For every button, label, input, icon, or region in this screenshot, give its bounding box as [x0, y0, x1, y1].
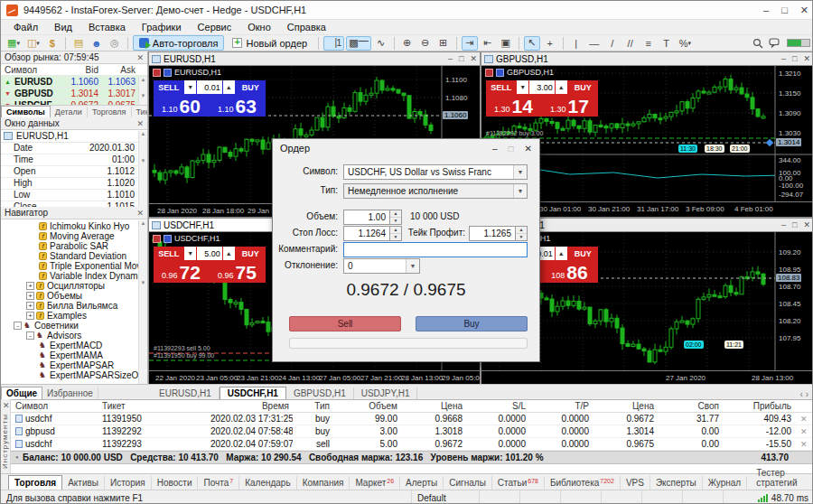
navigator-item-13[interactable]: ♞ExpertMAMA	[1, 350, 147, 360]
symbol-info-icon[interactable]	[164, 235, 172, 243]
one-click-sell-button[interactable]: SELL	[154, 247, 183, 260]
chart-tab-gbpusd[interactable]: GBPUSD,H1	[286, 387, 354, 399]
volume-stepper[interactable]: ▲▼	[390, 210, 402, 225]
auto-scroll-button[interactable]: ⇥	[462, 36, 478, 51]
chart-shift-button[interactable]: ⇤	[480, 36, 496, 51]
close-icon[interactable]: ✕	[136, 119, 144, 128]
menu-item-4[interactable]: Сервис	[191, 21, 239, 33]
navigator-header[interactable]: Навигатор ✕	[1, 207, 147, 219]
navigator-item-3[interactable]: fStandard Deviation	[1, 251, 147, 261]
column-header-0[interactable]: Символ	[12, 401, 98, 411]
volume-increase-button[interactable]: ▲	[223, 247, 235, 260]
bar-chart-button[interactable]: ⎹1	[323, 36, 344, 51]
channel-tool[interactable]: //	[622, 36, 639, 51]
close-position-icon[interactable]: ✕	[795, 427, 808, 436]
navigator-item-2[interactable]: fParabolic SAR	[1, 241, 147, 251]
navigator-item-5[interactable]: fVariable Index Dynamic A	[1, 271, 147, 281]
navigator-tab-1[interactable]: Избранное	[42, 387, 98, 399]
close-icon[interactable]: ✕	[136, 53, 144, 62]
take-profit-stepper[interactable]: ▲▼	[516, 226, 528, 241]
column-header-symbol[interactable]: Символ	[1, 65, 64, 75]
menu-item-0[interactable]: Файл	[6, 21, 45, 33]
dialog-maximize-button[interactable]: □	[509, 144, 514, 154]
symbol-info-icon[interactable]	[496, 69, 504, 77]
chart-close-button[interactable]: ✕	[470, 54, 477, 63]
column-header-8[interactable]: Цена	[593, 401, 658, 411]
expand-icon[interactable]: +	[26, 282, 34, 290]
expand-icon[interactable]: +	[26, 302, 34, 310]
one-click-collapse-icon[interactable]	[153, 69, 161, 77]
close-position-icon[interactable]: ✕	[795, 440, 808, 449]
column-header-7[interactable]: T/P	[529, 401, 593, 411]
toolbox-tab-7[interactable]: Маркет26	[350, 476, 400, 490]
column-header-9[interactable]: Своп	[658, 401, 723, 411]
navigator-item-0[interactable]: fIchimoku Kinko Hyo	[1, 221, 147, 231]
market-watch-tab-0[interactable]: Символы	[1, 106, 51, 117]
buy-button[interactable]: Buy	[416, 316, 528, 331]
menu-item-1[interactable]: Вид	[47, 21, 79, 33]
window-maximize-button[interactable]: □	[781, 5, 788, 16]
navigator-item-1[interactable]: fMoving Average	[1, 231, 147, 241]
volume-increase-button[interactable]: ▲	[556, 80, 567, 94]
chart-tab-usdchf[interactable]: USDCHF,H1	[220, 387, 286, 399]
zoom-in-button[interactable]: ⊕	[399, 36, 416, 51]
text-tool[interactable]: T	[659, 36, 675, 51]
one-click-collapse-icon[interactable]	[153, 235, 161, 243]
column-header-bid[interactable]: Bid	[64, 65, 101, 75]
data-window-header[interactable]: Окно данных ✕	[1, 117, 147, 130]
buy-price[interactable]: 1.3017	[542, 95, 597, 117]
autotrade-button[interactable]: Авто-торговля	[133, 35, 225, 51]
cursor-tool-button[interactable]: ↖	[524, 36, 540, 51]
chart-minimize-button[interactable]: –	[781, 54, 786, 63]
window-close-button[interactable]: ✕	[800, 5, 808, 16]
close-position-icon[interactable]: ✕	[795, 415, 808, 424]
menu-item-5[interactable]: Окно	[240, 21, 278, 33]
profiles-button[interactable]: ◫▾	[24, 36, 42, 51]
status-profile[interactable]: Default	[412, 490, 480, 504]
position-row-11392293[interactable]: usdchf113922932020.02.04 07:59:07sell5.0…	[1, 438, 813, 451]
toolbox-tab-6[interactable]: Компания	[297, 476, 350, 490]
order-dialog-titlebar[interactable]: Ордер – □ ✕	[273, 139, 539, 157]
volume-decrease-button[interactable]: ▼	[184, 247, 196, 260]
market-row-EURUSD[interactable]: ▲EURUSD1.10601.1063	[1, 76, 147, 88]
one-click-collapse-icon[interactable]	[485, 69, 493, 77]
navigator-item-10[interactable]: -♞Советники	[1, 321, 147, 331]
volume-increase-button[interactable]: ▲	[556, 247, 567, 260]
chart-window-titlebar[interactable]: EURUSD,H1–□✕	[149, 52, 480, 66]
new-chart-button[interactable]: ▦▾	[5, 36, 23, 51]
toolbox-tab-14[interactable]: Журнал	[703, 476, 748, 490]
position-row-11392292[interactable]: gbpusd113922922020.02.04 07:58:48buy3.00…	[1, 425, 813, 438]
symbols-button[interactable]: ▤	[70, 36, 87, 51]
data-window-scrollbar[interactable]: ▲▼	[138, 131, 147, 207]
collapse-icon[interactable]: -	[26, 331, 34, 340]
one-click-buy-button[interactable]: BUY	[236, 247, 266, 260]
line-chart-button[interactable]: ∿	[373, 36, 389, 51]
rebate-button[interactable]: $	[44, 36, 61, 51]
column-header-ask[interactable]: Ask	[101, 65, 138, 75]
navigator-item-11[interactable]: -♞Advisors	[1, 331, 147, 341]
column-header-6[interactable]: S/L	[466, 401, 529, 411]
symbol-select[interactable]: USDCHF, US Dollar vs Swiss Franc ▼	[343, 164, 528, 180]
market-watch-tab-1[interactable]: Детали	[51, 107, 88, 117]
column-header-3[interactable]: Тип	[293, 401, 333, 411]
chart-maximize-button[interactable]: □	[792, 220, 797, 229]
menu-item-6[interactable]: Справка	[280, 21, 333, 33]
one-click-buy-button[interactable]: BUY	[568, 247, 598, 260]
toolbox-tab-3[interactable]: Новости	[152, 476, 199, 490]
chart-minimize-button[interactable]: –	[781, 220, 786, 229]
navigator-item-6[interactable]: +fОсцилляторы	[1, 281, 147, 291]
accounts-button[interactable]: ☻	[89, 36, 105, 51]
dialog-close-button[interactable]: ✕	[525, 144, 532, 154]
column-header-5[interactable]: Цена	[401, 401, 466, 411]
navigator-scrollbar[interactable]: ▲▼	[138, 220, 147, 384]
indicators-button[interactable]: ▣	[498, 36, 514, 51]
sell-button[interactable]: Sell	[289, 316, 401, 331]
collapse-icon[interactable]: -	[14, 322, 22, 330]
toolbox-tab-10[interactable]: Статьи678	[492, 476, 545, 490]
market-watch-tab-2[interactable]: Торговля	[88, 107, 132, 117]
connection-status[interactable]: 48.70 ms	[724, 490, 813, 504]
chart-maximize-button[interactable]: □	[459, 54, 463, 63]
toolbox-tab-9[interactable]: Сигналы	[444, 476, 492, 490]
toolbox-tab-12[interactable]: VPS	[621, 476, 650, 490]
tile-windows-button[interactable]: ⊞	[435, 36, 452, 51]
